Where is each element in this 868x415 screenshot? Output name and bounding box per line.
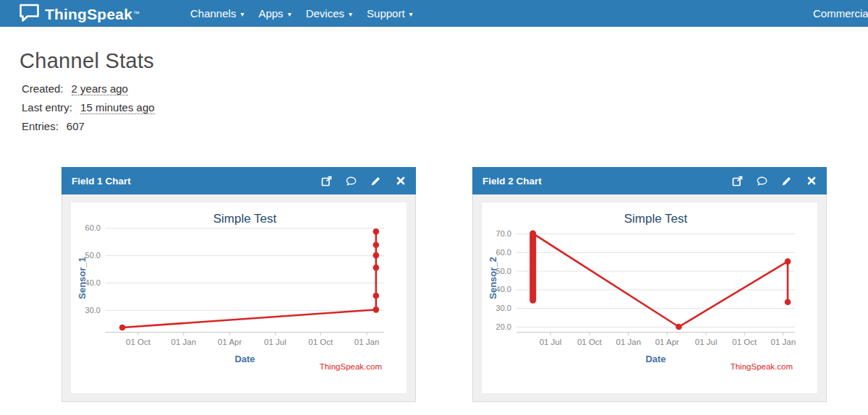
field-2-chart: 20.030.040.050.060.070.001 Jul01 Oct01 J… [481,202,818,394]
svg-text:01 Oct: 01 Oct [308,338,333,346]
panel-header: Field 2 Chart [472,167,827,194]
panel-header: Field 1 Chart [61,167,416,194]
field-2-chart-panel: Field 2 Chart 20.030.040.050.060.070.001… [472,167,827,402]
panel-title: Field 1 Chart [72,176,131,187]
panel-body: 30.040.050.060.001 Oct01 Jan01 Apr01 Jul… [61,194,416,402]
speech-bubble-icon [19,3,40,25]
chevron-down-icon: ▾ [409,10,413,18]
panel-body: 20.030.040.050.060.070.001 Jul01 Oct01 J… [472,194,827,402]
svg-text:Sensor_1: Sensor_1 [77,257,88,299]
nav-channels[interactable]: Channels ▾ [183,0,251,27]
svg-text:01 Jul: 01 Jul [695,338,718,346]
popout-icon[interactable] [732,176,743,187]
main-nav: Channels ▾ Apps ▾ Devices ▾ Support ▾ [183,0,420,27]
nav-support[interactable]: Support ▾ [359,0,420,27]
close-icon[interactable] [806,176,817,187]
top-navbar: ThingSpeak ™ Channels ▾ Apps ▾ Devices ▾… [0,0,868,27]
svg-text:01 Jul: 01 Jul [264,338,286,346]
svg-text:Simple Test: Simple Test [624,212,688,226]
svg-text:01 Oct: 01 Oct [126,338,151,346]
brand-name: ThingSpeak [45,6,132,23]
panel-title: Field 2 Chart [482,176,542,187]
svg-text:01 Jan: 01 Jan [771,338,796,346]
page-title: Channel Stats [20,49,154,73]
last-entry-value: 15 minutes ago [80,101,155,114]
svg-text:30.0: 30.0 [85,306,101,315]
svg-text:01 Jul: 01 Jul [540,338,562,346]
field-1-chart: 30.040.050.060.001 Oct01 Jan01 Apr01 Jul… [70,202,407,394]
popout-icon[interactable] [321,176,332,187]
svg-text:01 Oct: 01 Oct [577,338,603,346]
nav-commercial-use[interactable]: Commercial Use [813,0,868,27]
svg-text:ThingSpeak.com: ThingSpeak.com [320,362,382,371]
svg-text:Date: Date [645,354,665,364]
svg-text:01 Oct: 01 Oct [732,338,757,346]
svg-text:01 Jan: 01 Jan [616,338,642,346]
svg-text:01 Apr: 01 Apr [218,338,242,346]
svg-text:Simple Test: Simple Test [213,212,277,226]
svg-text:60.0: 60.0 [85,223,101,232]
svg-text:01 Jan: 01 Jan [354,338,380,346]
chevron-down-icon: ▾ [288,10,292,18]
created-value: 2 years ago [72,82,128,95]
svg-text:ThingSpeak.com: ThingSpeak.com [731,362,793,371]
edit-icon[interactable] [781,176,792,187]
thingspeak-logo[interactable]: ThingSpeak ™ [19,3,140,25]
edit-icon[interactable] [370,176,381,187]
svg-text:01 Jan: 01 Jan [171,338,197,346]
nav-apps[interactable]: Apps ▾ [251,0,298,27]
svg-text:70.0: 70.0 [496,229,511,238]
stat-entries: Entries:607 [22,119,155,137]
svg-text:Sensor_2: Sensor_2 [488,257,498,299]
svg-text:Date: Date [234,354,255,364]
chevron-down-icon: ▾ [349,10,352,18]
stat-created: Created:2 years ago [22,81,155,100]
svg-text:60.0: 60.0 [496,248,511,257]
brand-trademark: ™ [133,10,140,17]
entries-value: 607 [67,120,85,132]
svg-text:30.0: 30.0 [496,304,511,312]
chevron-down-icon: ▾ [240,10,244,18]
channel-stats-summary: Created:2 years ago Last entry:15 minute… [22,81,155,137]
svg-text:20.0: 20.0 [496,322,511,331]
svg-text:01 Apr: 01 Apr [655,338,679,346]
comment-icon[interactable] [346,176,357,187]
nav-devices[interactable]: Devices ▾ [299,0,359,27]
comment-icon[interactable] [757,176,767,187]
field-1-chart-panel: Field 1 Chart 30.040.050.060.001 Oct01 J… [61,167,416,402]
close-icon[interactable] [395,176,406,187]
stat-last-entry: Last entry:15 minutes ago [22,100,155,119]
